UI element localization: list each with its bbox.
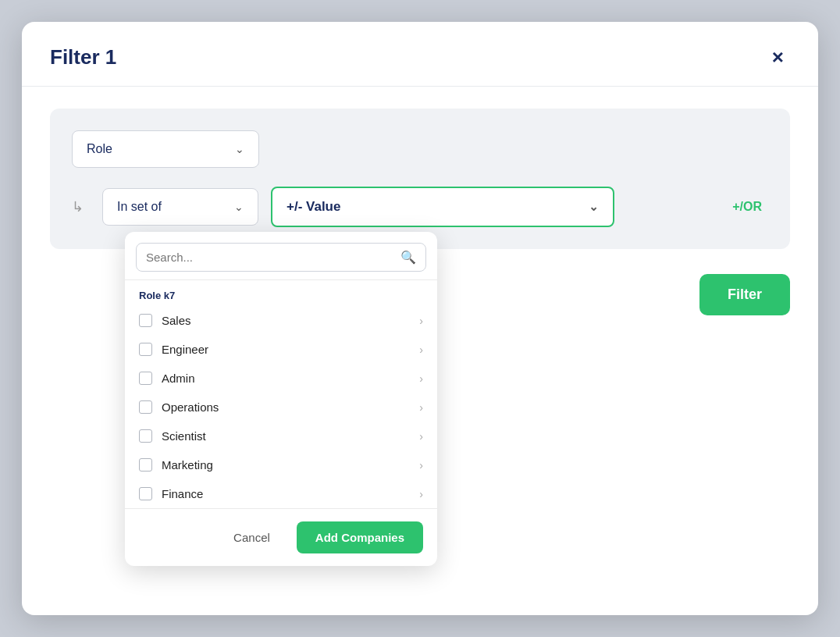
filter-section: Role ⌄ ↳ In set of ⌄ +/- Value ⌄ +/OR [50, 109, 790, 249]
item-chevron-icon: › [419, 343, 423, 356]
modal-body: Role ⌄ ↳ In set of ⌄ +/- Value ⌄ +/OR [22, 87, 818, 343]
panel-footer: Cancel Add Companies [125, 508, 437, 566]
list-item[interactable]: Operations › [125, 393, 437, 422]
item-label: Finance [162, 487, 410, 500]
role-dropdown[interactable]: Role ⌄ [72, 130, 259, 168]
filter-row-1: Role ⌄ [72, 130, 768, 168]
and-or-label: +/OR [732, 200, 768, 214]
item-label: Operations [162, 400, 410, 414]
item-chevron-icon: › [419, 430, 423, 443]
condition-dropdown[interactable]: In set of ⌄ [102, 188, 258, 226]
close-button[interactable]: × [766, 44, 790, 70]
list-item[interactable]: Marketing › [125, 450, 437, 479]
search-input[interactable] [146, 251, 394, 264]
item-checkbox[interactable] [139, 458, 152, 472]
item-checkbox[interactable] [139, 429, 152, 443]
role-chevron-icon: ⌄ [235, 143, 244, 155]
indent-arrow-icon: ↳ [72, 198, 84, 215]
item-label: Scientist [162, 429, 410, 443]
item-chevron-icon: › [419, 459, 423, 472]
value-dropdown[interactable]: +/- Value ⌄ [271, 187, 614, 227]
item-chevron-icon: › [419, 372, 423, 385]
add-companies-button[interactable]: Add Companies [297, 521, 423, 553]
role-dropdown-label: Role [87, 142, 112, 156]
search-icon: 🔍 [400, 250, 416, 265]
list-item[interactable]: Scientist › [125, 422, 437, 450]
cancel-button[interactable]: Cancel [221, 523, 283, 552]
list-item[interactable]: Sales › [125, 306, 437, 335]
list-item[interactable]: Engineer › [125, 335, 437, 364]
filter-row-2: ↳ In set of ⌄ +/- Value ⌄ +/OR 🔍 [72, 187, 768, 227]
condition-chevron-icon: ⌄ [234, 201, 244, 213]
item-label: Admin [162, 372, 410, 385]
modal-header: Filter 1 × [22, 22, 818, 87]
value-chevron-icon: ⌄ [589, 200, 599, 214]
value-dropdown-label: +/- Value [287, 199, 340, 215]
item-chevron-icon: › [419, 488, 423, 500]
item-checkbox[interactable] [139, 400, 152, 414]
item-checkbox[interactable] [139, 487, 152, 500]
search-wrapper: 🔍 [125, 232, 437, 280]
item-label: Marketing [162, 458, 410, 472]
dropdown-items-container: Sales › Engineer › Admin › Operations › … [125, 306, 437, 508]
category-label: Role k7 [125, 280, 437, 306]
item-checkbox[interactable] [139, 314, 152, 327]
list-item[interactable]: Finance › [125, 479, 437, 508]
list-item[interactable]: Admin › [125, 364, 437, 393]
condition-dropdown-label: In set of [117, 200, 162, 214]
item-label: Engineer [162, 343, 410, 356]
item-label: Sales [162, 314, 410, 327]
search-box: 🔍 [136, 243, 426, 272]
item-chevron-icon: › [419, 401, 423, 414]
dropdown-panel: 🔍 Role k7 Sales › Engineer › Admin › Ope… [125, 232, 437, 566]
filter-button[interactable]: Filter [699, 274, 790, 315]
item-checkbox[interactable] [139, 343, 152, 356]
modal: Filter 1 × Role ⌄ ↳ In set of ⌄ +/- Valu… [22, 22, 818, 615]
item-checkbox[interactable] [139, 372, 152, 385]
item-chevron-icon: › [419, 315, 423, 327]
modal-title: Filter 1 [50, 45, 116, 69]
